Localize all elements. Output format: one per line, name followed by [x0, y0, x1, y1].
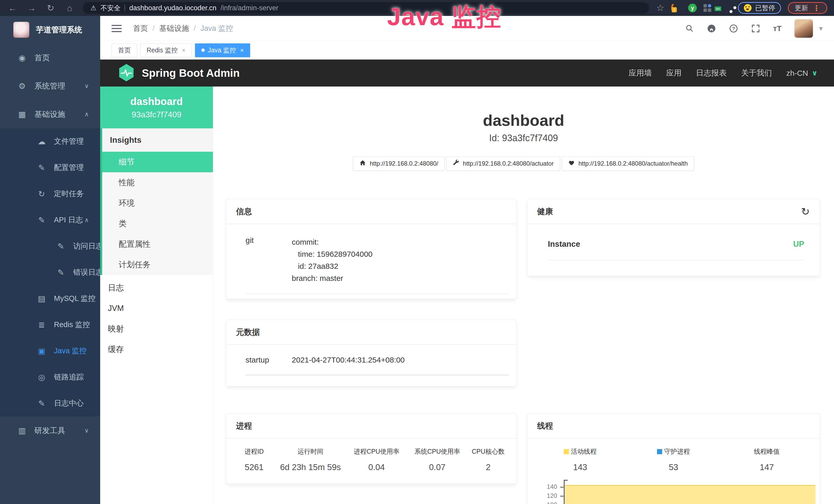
legend-text: 活动线程: [571, 447, 597, 456]
svg-text:?: ?: [732, 26, 735, 31]
sba-item-JVM[interactable]: JVM: [100, 298, 213, 319]
infrastructure-icon: ▦: [17, 110, 28, 119]
sidebar-item-链路追踪[interactable]: ◎链路追踪: [0, 364, 100, 390]
gear-icon: ⚙: [17, 82, 28, 91]
process-column: 系统CPU使用率0.07: [408, 447, 466, 472]
forward-icon[interactable]: →: [26, 3, 38, 13]
hamburger-icon[interactable]: [111, 25, 122, 32]
breadcrumb-item[interactable]: 首页: [133, 23, 148, 33]
metadata-value: 2021-04-27T00:44:31.254+08:00: [292, 356, 405, 364]
instance-link[interactable]: http://192.168.0.2:48080/: [353, 156, 445, 171]
sba-instance-header[interactable]: dashboard 93a3fc7f7409: [100, 87, 213, 129]
sidebar-item-错误日志[interactable]: ✎错误日志: [0, 259, 100, 285]
reload-icon[interactable]: ↻: [45, 3, 57, 13]
sba-nav-日志报表[interactable]: 日志报表: [696, 68, 727, 78]
process-column-label: CPU核心数: [466, 447, 510, 456]
instance-link[interactable]: http://192.168.0.2:48080/actuator/health: [562, 156, 694, 171]
sba-item-计划任务[interactable]: 计划任务: [102, 254, 213, 275]
metadata-card-title: 元数据: [226, 320, 516, 345]
instance-link[interactable]: http://192.168.0.2:48080/actuator: [446, 156, 560, 171]
sba-nav-应用[interactable]: 应用: [666, 68, 681, 78]
sidebar-item-首页[interactable]: ◉首页: [0, 44, 100, 72]
sba-item-性能[interactable]: 性能: [102, 172, 213, 193]
tab-Redis 监控[interactable]: Redis 监控×: [140, 43, 192, 57]
process-column-label: 运行时间: [276, 447, 345, 456]
threads-legend-column: 守护进程53: [627, 447, 720, 472]
help-icon[interactable]: ?: [729, 24, 738, 33]
sba-item-配置属性[interactable]: 配置属性: [102, 234, 213, 254]
sba-item-映射[interactable]: 映射: [100, 319, 213, 339]
profile-paused-badge[interactable]: 已暂停: [738, 2, 781, 14]
sidebar-item-MySQL 监控[interactable]: ▤MySQL 监控: [0, 285, 100, 312]
sidebar-item-文件管理[interactable]: ☁文件管理: [0, 129, 100, 155]
threads-legend-value: 143: [533, 462, 627, 472]
trace-icon: ◎: [36, 372, 47, 382]
sba-group-label[interactable]: Insights: [102, 129, 213, 152]
schedule-icon: ↻: [36, 189, 47, 199]
tab-Java 监控[interactable]: Java 监控×: [195, 43, 250, 57]
sidebar-item-日志中心[interactable]: ✎日志中心: [0, 390, 100, 416]
sba-nav-应用墙[interactable]: 应用墙: [629, 68, 652, 78]
search-icon[interactable]: [685, 24, 694, 33]
extension-grid-icon[interactable]: [704, 4, 711, 12]
chart-tick-label: 120: [540, 492, 557, 499]
extension-orange-icon[interactable]: 1: [671, 6, 675, 10]
sidebar-item-Java 监控[interactable]: ▣Java 监控: [0, 338, 100, 364]
sba-item-缓存[interactable]: 缓存: [100, 339, 213, 360]
sidebar-item-label: 系统管理: [35, 81, 65, 91]
sidebar-item-label: 研发工具: [35, 426, 65, 436]
sidebar-item-label: 定时任务: [54, 189, 84, 199]
app-logo-row[interactable]: 芋道管理系统: [0, 16, 100, 44]
extensions-row: ☆ 1 y on 已暂停 更新 ⋮: [656, 2, 827, 14]
sidebar-item-定时任务[interactable]: ↻定时任务: [0, 181, 100, 207]
info-key: git: [245, 236, 292, 284]
tab-首页[interactable]: 首页: [111, 43, 137, 57]
user-avatar[interactable]: [794, 19, 813, 38]
sidebar-item-访问日志[interactable]: ✎访问日志: [0, 233, 100, 259]
file-upload-icon: ☁: [36, 137, 47, 146]
paused-label: 已暂停: [755, 4, 775, 13]
sba-sidebar: dashboard 93a3fc7f7409 Insights 细节性能环境类配…: [100, 87, 213, 504]
tab-close-icon[interactable]: ×: [182, 47, 185, 54]
home-icon[interactable]: ⌂: [64, 3, 75, 13]
history-icon[interactable]: ↺: [801, 206, 810, 217]
sidebar-item-配置管理[interactable]: ✎配置管理: [0, 155, 100, 181]
spring-boot-admin-frame: Spring Boot Admin 应用墙应用日志报表关于我们 zh-CN ∨ …: [100, 60, 834, 504]
sba-item-细节[interactable]: 细节: [102, 152, 213, 172]
handwritten-annotation: Java 监控: [359, 1, 529, 34]
tab-close-icon[interactable]: ×: [240, 47, 244, 54]
font-size-icon[interactable]: тT: [773, 24, 782, 33]
fullscreen-icon[interactable]: [751, 24, 760, 33]
process-column: CPU核心数2: [466, 447, 510, 472]
sidebar-item-label: 基础设施: [35, 109, 65, 120]
update-chrome-button[interactable]: 更新 ⋮: [788, 2, 827, 14]
sidebar-item-基础设施[interactable]: ▦基础设施∧: [0, 100, 100, 129]
github-icon[interactable]: [707, 24, 716, 33]
sba-item-类[interactable]: 类: [102, 213, 213, 234]
legend-swatch: [657, 449, 662, 454]
sidebar-item-系统管理[interactable]: ⚙系统管理∨: [0, 72, 100, 100]
breadcrumb-item: Java 监控: [200, 23, 233, 33]
user-caret-icon[interactable]: ▾: [819, 24, 823, 32]
sidebar-item-API 日志[interactable]: ✎API 日志∧: [0, 207, 100, 233]
back-icon[interactable]: ←: [7, 3, 19, 13]
breadcrumb-item[interactable]: 基础设施: [159, 23, 189, 33]
health-key: Instance: [548, 239, 580, 249]
breadcrumb-separator: /: [153, 24, 155, 32]
sidebar-item-Redis 监控[interactable]: ≣Redis 监控: [0, 312, 100, 338]
sba-nav-关于我们[interactable]: 关于我们: [741, 68, 772, 78]
bookmark-star-icon[interactable]: ☆: [656, 3, 664, 13]
active-tab-dot: [201, 48, 205, 52]
sba-item-环境[interactable]: 环境: [102, 193, 213, 213]
sidebar-item-研发工具[interactable]: ▥研发工具∨: [0, 416, 100, 445]
sba-language-select[interactable]: zh-CN ∨: [786, 69, 817, 77]
extension-green-circle-icon[interactable]: y: [688, 4, 697, 12]
extension-count-badge: 1: [672, 7, 677, 12]
info-card: 信息 git commit:time: 1596289704000id: 27a…: [226, 199, 516, 299]
chevron-up-icon: ∧: [84, 216, 89, 224]
process-column: 进程ID5261: [233, 447, 276, 472]
process-column-value: 5261: [233, 462, 276, 472]
breadcrumb: 首页/基础设施/Java 监控: [133, 23, 233, 33]
sba-item-日志[interactable]: 日志: [100, 278, 213, 298]
sidebar-submenu: ☁文件管理✎配置管理↻定时任务✎API 日志∧✎访问日志✎错误日志▤MySQL …: [0, 129, 100, 416]
